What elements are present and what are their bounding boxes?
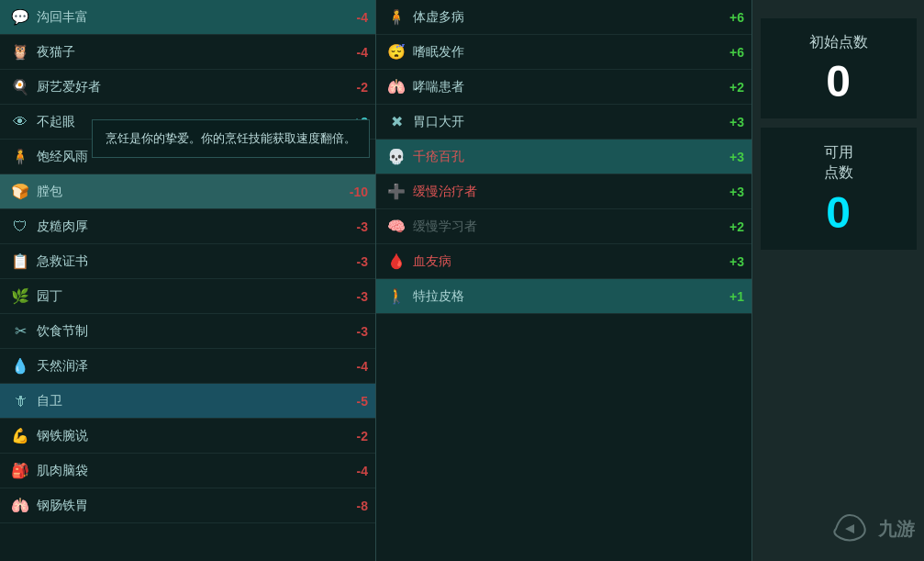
left-item-value-8: -3 xyxy=(340,289,368,304)
middle-item-label-0: 体虚多病 xyxy=(409,9,717,26)
middle-item-value-5: +3 xyxy=(717,185,744,199)
left-list-item-1[interactable]: 🦉夜猫子-4 xyxy=(0,35,375,70)
middle-item-value-7: +3 xyxy=(717,254,744,269)
left-list-item-10[interactable]: 💧天然润泽-4 xyxy=(0,349,375,384)
left-item-icon-1: 🦉 xyxy=(7,39,33,65)
middle-list-item-4[interactable]: 💀千疮百孔+3 xyxy=(376,140,751,174)
left-item-icon-2: 🍳 xyxy=(7,74,33,100)
middle-item-label-1: 嗜眠发作 xyxy=(409,44,717,61)
middle-item-label-5: 缓慢治疗者 xyxy=(409,184,717,200)
middle-list-item-5[interactable]: ➕缓慢治疗者+3 xyxy=(376,174,751,209)
left-item-icon-7: 📋 xyxy=(7,249,33,275)
left-list-item-11[interactable]: 🗡自卫-5 xyxy=(0,384,375,419)
middle-item-value-2: +2 xyxy=(717,80,744,95)
left-item-value-9: -3 xyxy=(340,324,368,339)
middle-item-icon-4: 💀 xyxy=(384,144,409,170)
left-item-label-1: 夜猫子 xyxy=(33,44,340,61)
middle-item-value-6: +2 xyxy=(717,219,744,234)
middle-panel: 🧍体虚多病+6😴嗜眠发作+6🫁哮喘患者+2✖胃口大开+3💀千疮百孔+3➕缓慢治疗… xyxy=(376,0,752,561)
middle-item-icon-5: ➕ xyxy=(384,179,409,205)
available-score-box: 可用 点数 0 xyxy=(761,128,917,250)
left-item-icon-10: 💧 xyxy=(7,353,33,379)
left-item-label-2: 厨艺爱好者 xyxy=(33,79,340,95)
left-item-icon-13: 🎒 xyxy=(7,458,33,484)
left-panel: 💬沟回丰富-4🦉夜猫子-4🍳厨艺爱好者-2👁不起眼+3🧍饱经风雨🍞膛包-10🛡皮… xyxy=(0,0,376,561)
watermark-logo-icon xyxy=(827,506,873,552)
left-item-value-11: -5 xyxy=(340,394,368,409)
watermark: 九游 xyxy=(827,506,915,552)
left-item-icon-0: 💬 xyxy=(7,5,33,30)
left-item-icon-8: 🌿 xyxy=(7,284,33,309)
left-item-label-0: 沟回丰富 xyxy=(33,9,340,26)
left-list-item-0[interactable]: 💬沟回丰富-4 xyxy=(0,0,375,35)
left-item-label-9: 饮食节制 xyxy=(33,323,340,340)
middle-item-value-4: +3 xyxy=(717,150,744,164)
left-item-value-6: -3 xyxy=(340,219,368,234)
left-item-label-8: 园丁 xyxy=(33,288,340,305)
available-score-label: 可用 点数 xyxy=(779,142,898,184)
left-item-value-5: -10 xyxy=(340,185,368,199)
left-item-value-1: -4 xyxy=(340,45,368,60)
right-panel: 初始点数 0 可用 点数 0 九游 xyxy=(752,0,924,561)
left-item-label-12: 钢铁腕说 xyxy=(33,428,340,444)
left-item-icon-12: 💪 xyxy=(7,423,33,449)
initial-score-label: 初始点数 xyxy=(779,33,898,52)
left-item-value-14: -8 xyxy=(340,499,368,513)
left-item-icon-4: 🧍 xyxy=(7,144,33,170)
tooltip-text: 烹饪是你的挚爱。你的烹饪技能获取速度翻倍。 xyxy=(106,131,356,145)
middle-item-icon-2: 🫁 xyxy=(384,74,409,100)
middle-list-item-7[interactable]: 🩸血友病+3 xyxy=(376,244,751,279)
middle-list-item-3[interactable]: ✖胃口大开+3 xyxy=(376,105,751,140)
left-list-item-2[interactable]: 🍳厨艺爱好者-2 xyxy=(0,70,375,105)
middle-item-value-8: +1 xyxy=(717,289,744,304)
middle-item-icon-8: 🚶 xyxy=(384,284,409,309)
left-item-icon-11: 🗡 xyxy=(7,388,33,414)
middle-item-label-3: 胃口大开 xyxy=(409,114,717,130)
left-item-label-11: 自卫 xyxy=(33,393,340,410)
left-item-value-13: -4 xyxy=(340,464,368,478)
middle-item-value-3: +3 xyxy=(717,115,744,129)
middle-list-item-6[interactable]: 🧠缓慢学习者+2 xyxy=(376,209,751,244)
left-item-label-5: 膛包 xyxy=(33,184,340,200)
middle-item-label-2: 哮喘患者 xyxy=(409,79,717,95)
watermark-text: 九游 xyxy=(878,517,915,542)
middle-item-icon-1: 😴 xyxy=(384,39,409,65)
middle-item-label-8: 特拉皮格 xyxy=(409,288,717,305)
middle-item-value-1: +6 xyxy=(717,45,744,60)
tooltip-box: 烹饪是你的挚爱。你的烹饪技能获取速度翻倍。 xyxy=(92,119,370,158)
left-list-item-6[interactable]: 🛡皮糙肉厚-3 xyxy=(0,209,375,244)
middle-list-item-1[interactable]: 😴嗜眠发作+6 xyxy=(376,35,751,70)
left-list-item-5[interactable]: 🍞膛包-10 xyxy=(0,174,375,209)
left-item-icon-3: 👁 xyxy=(7,109,33,135)
middle-item-value-0: +6 xyxy=(717,10,744,25)
initial-score-value: 0 xyxy=(779,60,898,104)
left-item-value-2: -2 xyxy=(340,80,368,95)
left-item-icon-6: 🛡 xyxy=(7,214,33,240)
left-item-icon-5: 🍞 xyxy=(7,179,33,205)
middle-item-icon-6: 🧠 xyxy=(384,214,409,240)
left-item-icon-9: ✂ xyxy=(7,319,33,344)
left-item-value-12: -2 xyxy=(340,429,368,443)
middle-item-icon-7: 🩸 xyxy=(384,249,409,275)
left-list-item-14[interactable]: 🫁钢肠铁胃-8 xyxy=(0,488,375,523)
left-item-label-10: 天然润泽 xyxy=(33,358,340,375)
left-list-item-13[interactable]: 🎒肌肉脑袋-4 xyxy=(0,454,375,488)
left-item-label-7: 急救证书 xyxy=(33,253,340,270)
main-container: 💬沟回丰富-4🦉夜猫子-4🍳厨艺爱好者-2👁不起眼+3🧍饱经风雨🍞膛包-10🛡皮… xyxy=(0,0,924,561)
middle-list-item-8[interactable]: 🚶特拉皮格+1 xyxy=(376,279,751,314)
left-item-value-7: -3 xyxy=(340,254,368,269)
left-list-item-12[interactable]: 💪钢铁腕说-2 xyxy=(0,419,375,454)
middle-list-item-2[interactable]: 🫁哮喘患者+2 xyxy=(376,70,751,105)
middle-item-label-4: 千疮百孔 xyxy=(409,149,717,165)
left-item-label-6: 皮糙肉厚 xyxy=(33,219,340,235)
left-item-value-0: -4 xyxy=(340,10,368,25)
left-item-label-14: 钢肠铁胃 xyxy=(33,498,340,514)
middle-item-icon-0: 🧍 xyxy=(384,5,409,30)
left-list-item-7[interactable]: 📋急救证书-3 xyxy=(0,244,375,279)
available-score-value: 0 xyxy=(779,191,898,235)
left-list-item-8[interactable]: 🌿园丁-3 xyxy=(0,279,375,314)
middle-list-item-0[interactable]: 🧍体虚多病+6 xyxy=(376,0,751,35)
middle-item-label-7: 血友病 xyxy=(409,253,717,270)
left-item-label-13: 肌肉脑袋 xyxy=(33,463,340,479)
left-list-item-9[interactable]: ✂饮食节制-3 xyxy=(0,314,375,349)
